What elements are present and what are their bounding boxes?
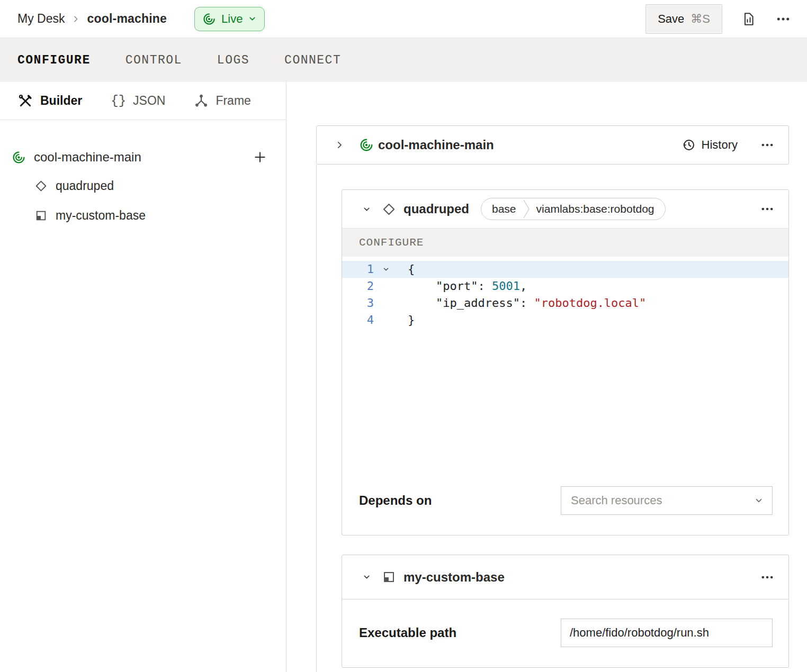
executable-path-value: /home/fido/robotdog/run.sh bbox=[570, 626, 709, 640]
mode-frame[interactable]: Frame bbox=[194, 94, 250, 108]
resource-type-model-pill: base viamlabs:base:robotdog bbox=[481, 198, 666, 220]
mode-frame-label: Frame bbox=[216, 94, 250, 108]
add-component-icon[interactable] bbox=[253, 150, 267, 164]
json-braces-icon: {} bbox=[111, 94, 126, 108]
module-icon bbox=[382, 570, 396, 584]
code-text: { bbox=[398, 261, 415, 278]
fold-gutter-spacer bbox=[374, 312, 398, 329]
depends-on-row: Depends on Search resources bbox=[342, 479, 788, 535]
machine-online-icon bbox=[12, 150, 26, 165]
tab-connect[interactable]: CONNECT bbox=[284, 53, 341, 67]
executable-path-label: Executable path bbox=[359, 625, 456, 640]
save-label: Save bbox=[658, 12, 684, 26]
history-button[interactable]: History bbox=[682, 138, 738, 152]
live-label: Live bbox=[221, 12, 243, 26]
configure-main-panel: cool-machine-main History bbox=[286, 82, 807, 672]
chevron-down-icon bbox=[754, 496, 764, 505]
chevron-right-icon[interactable] bbox=[335, 140, 344, 150]
breadcrumb-current: cool-machine bbox=[87, 12, 167, 26]
configure-sidebar: Builder {} JSON Frame bbox=[0, 82, 286, 672]
module-icon bbox=[34, 209, 48, 222]
mode-builder-label: Builder bbox=[40, 94, 82, 108]
code-text: "port": 5001, bbox=[398, 278, 527, 295]
code-line: 3 "ip_address": "robotdog.local" bbox=[342, 295, 788, 312]
line-number: 2 bbox=[342, 278, 374, 295]
executable-path-row: Executable path /home/fido/robotdog/run.… bbox=[342, 600, 788, 667]
code-line: 1 { bbox=[342, 261, 788, 278]
machine-more-menu-icon[interactable] bbox=[760, 138, 775, 152]
resource-model: viamlabs:base:robotdog bbox=[531, 203, 665, 215]
line-number: 4 bbox=[342, 312, 374, 329]
machine-online-icon bbox=[202, 12, 216, 26]
tree-item-my-custom-base[interactable]: my-custom-base bbox=[12, 201, 267, 230]
line-number: 1 bbox=[342, 261, 374, 278]
depends-on-placeholder: Search resources bbox=[571, 494, 662, 507]
code-line: 2 "port": 5001, bbox=[342, 278, 788, 295]
tab-configure[interactable]: CONFIGURE bbox=[17, 53, 91, 67]
quadruped-resource-card: quadruped base viamlabs:base:robotdog CO… bbox=[342, 189, 789, 535]
mode-json[interactable]: {} JSON bbox=[111, 94, 165, 108]
code-line: 4 } bbox=[342, 312, 788, 329]
mode-builder[interactable]: Builder bbox=[17, 93, 82, 109]
top-bar: My Desk cool-machine Live Save ⌘S bbox=[0, 0, 807, 38]
executable-path-input[interactable]: /home/fido/robotdog/run.sh bbox=[561, 619, 773, 647]
pill-separator-icon bbox=[522, 199, 531, 219]
configure-section-label: CONFIGURE bbox=[359, 237, 424, 249]
save-shortcut: ⌘S bbox=[691, 12, 710, 26]
tree-connector-line bbox=[316, 165, 317, 672]
tree-root-row[interactable]: cool-machine-main bbox=[12, 143, 267, 171]
quadruped-more-menu-icon[interactable] bbox=[760, 202, 775, 216]
machine-online-icon bbox=[359, 138, 374, 152]
tab-logs[interactable]: LOGS bbox=[217, 53, 249, 67]
history-label: History bbox=[702, 138, 738, 152]
depends-on-select[interactable]: Search resources bbox=[561, 486, 773, 515]
depends-on-label: Depends on bbox=[359, 493, 432, 508]
machine-tab-bar: CONFIGURE CONTROL LOGS CONNECT bbox=[0, 38, 807, 82]
custom-base-more-menu-icon[interactable] bbox=[760, 570, 775, 585]
quadruped-card-header: quadruped base viamlabs:base:robotdog bbox=[342, 190, 788, 228]
code-text: } bbox=[398, 312, 415, 329]
tree-item-label: quadruped bbox=[56, 179, 114, 193]
base-diamond-icon bbox=[382, 202, 396, 216]
chevron-down-icon[interactable] bbox=[362, 573, 371, 582]
code-text: "ip_address": "robotdog.local" bbox=[398, 295, 646, 312]
live-status-dropdown[interactable]: Live bbox=[194, 7, 265, 31]
view-mode-switcher: Builder {} JSON Frame bbox=[0, 82, 286, 120]
machine-part-title: cool-machine-main bbox=[378, 138, 494, 152]
frame-axes-icon bbox=[194, 94, 209, 108]
resource-type: base bbox=[481, 203, 522, 215]
tree-root-label[interactable]: cool-machine-main bbox=[34, 150, 141, 165]
machine-stats-icon[interactable] bbox=[741, 12, 756, 26]
attributes-code-editor[interactable]: 1 { 2 "port": 5001, 3 "ip_address": "rob… bbox=[342, 257, 788, 479]
builder-tools-icon bbox=[17, 93, 33, 109]
breadcrumb: My Desk cool-machine bbox=[17, 12, 167, 26]
fold-gutter-spacer bbox=[374, 295, 398, 312]
save-button[interactable]: Save ⌘S bbox=[645, 4, 722, 34]
topbar-more-menu-icon[interactable] bbox=[775, 11, 791, 27]
code-fold-chevron-icon[interactable] bbox=[374, 261, 398, 278]
resource-title: my-custom-base bbox=[403, 570, 505, 585]
configure-section-header: CONFIGURE bbox=[342, 228, 788, 257]
fold-gutter-spacer bbox=[374, 278, 398, 295]
tree-item-label: my-custom-base bbox=[56, 208, 146, 223]
breadcrumb-separator-icon bbox=[71, 15, 80, 23]
machine-part-card: cool-machine-main History bbox=[316, 125, 789, 165]
custom-base-card-header: my-custom-base bbox=[342, 555, 788, 600]
resource-tree: cool-machine-main quadruped my-c bbox=[0, 120, 286, 230]
base-diamond-icon bbox=[34, 179, 48, 193]
breadcrumb-root-link[interactable]: My Desk bbox=[17, 12, 65, 26]
tree-item-quadruped[interactable]: quadruped bbox=[12, 171, 267, 201]
mode-json-label: JSON bbox=[133, 94, 165, 108]
history-clock-icon bbox=[682, 138, 696, 152]
resource-title: quadruped bbox=[403, 202, 469, 216]
chevron-down-icon bbox=[248, 14, 257, 23]
tab-control[interactable]: CONTROL bbox=[125, 53, 182, 67]
chevron-down-icon[interactable] bbox=[362, 205, 371, 214]
custom-base-card: my-custom-base Executable path /home/fid… bbox=[342, 555, 789, 668]
line-number: 3 bbox=[342, 295, 374, 312]
